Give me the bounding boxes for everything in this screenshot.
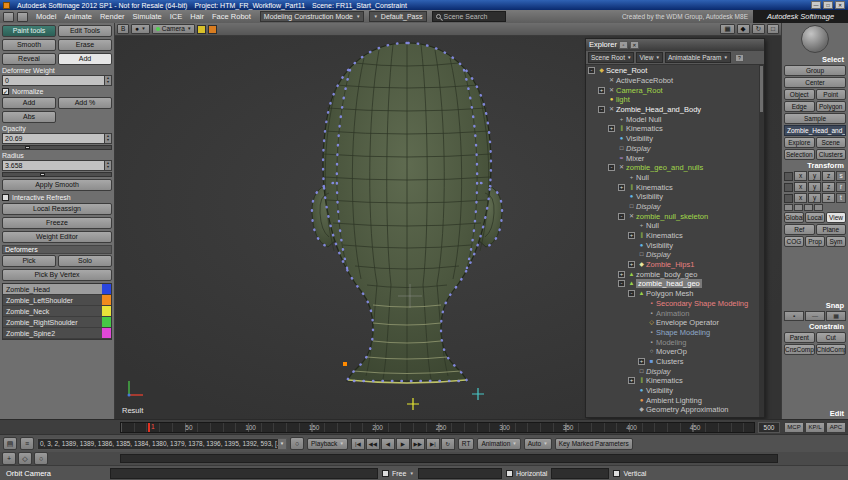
abs-button[interactable]: Abs bbox=[2, 111, 56, 123]
tree-node[interactable]: Display bbox=[586, 144, 764, 154]
expand-toggle-icon[interactable]: - bbox=[618, 280, 625, 287]
pick-button[interactable]: Pick bbox=[2, 255, 56, 267]
slider-handle[interactable] bbox=[25, 146, 30, 149]
clock-icon[interactable]: ○ bbox=[290, 437, 304, 450]
tree-node[interactable]: - zombie_geo_and_nulls bbox=[586, 163, 764, 173]
expand-toggle-icon[interactable] bbox=[638, 319, 645, 326]
chldcomp-button[interactable]: ChldComp bbox=[816, 344, 847, 355]
global-mode-button[interactable]: Global bbox=[784, 212, 804, 223]
menu-item[interactable]: Face Robot bbox=[208, 10, 255, 23]
weight-editor-button[interactable]: Weight Editor bbox=[2, 231, 112, 243]
status-field[interactable] bbox=[110, 468, 378, 479]
tree-node[interactable]: + Kinematics bbox=[586, 231, 764, 241]
menu-item[interactable]: ICE bbox=[166, 10, 187, 23]
cut-button[interactable]: Cut bbox=[816, 332, 847, 343]
expand-toggle-icon[interactable]: + bbox=[618, 184, 625, 191]
tree-node[interactable]: + Kinematics bbox=[586, 124, 764, 134]
expand-toggle-icon[interactable] bbox=[628, 368, 635, 375]
reveal-button[interactable]: Reveal bbox=[2, 53, 56, 65]
close-button[interactable]: ✕ bbox=[835, 1, 845, 9]
translate-x-toggle[interactable]: x bbox=[794, 193, 807, 203]
selection-button[interactable]: Selection bbox=[784, 149, 815, 160]
expand-toggle-icon[interactable]: - bbox=[618, 213, 625, 220]
expand-toggle-icon[interactable]: + bbox=[628, 377, 635, 384]
pass-dropdown[interactable]: ▼ Default_Pass bbox=[369, 11, 426, 22]
timeline-playhead[interactable]: 1 bbox=[148, 423, 150, 432]
tree-node[interactable]: Envelope Operator bbox=[586, 318, 764, 328]
expand-toggle-icon[interactable] bbox=[618, 203, 625, 210]
translate-z-toggle[interactable]: z bbox=[822, 193, 835, 203]
transform-option-icon[interactable] bbox=[794, 204, 803, 211]
tree-node[interactable]: - Polygon Mesh bbox=[586, 289, 764, 299]
deformer-weight-field[interactable]: 0 ▲▼ bbox=[2, 75, 112, 86]
snap-grid-icon[interactable]: ▦ bbox=[826, 311, 846, 321]
transform-option-icon[interactable] bbox=[804, 204, 813, 211]
tree-node[interactable]: + Camera_Root bbox=[586, 85, 764, 95]
marked-parameters-field[interactable]: 0, 3, 2, 1389, 1389, 1386, 1385, 1384, 1… bbox=[37, 438, 287, 450]
vertical-toggle[interactable]: Vertical bbox=[613, 470, 646, 477]
rotate-mode-button[interactable]: r bbox=[836, 182, 846, 192]
menu-item[interactable]: Hair bbox=[186, 10, 208, 23]
interactive-refresh-checkbox[interactable]: Interactive Refresh bbox=[2, 193, 112, 202]
status-field[interactable] bbox=[551, 468, 609, 479]
expand-toggle-icon[interactable]: - bbox=[588, 67, 595, 74]
expand-toggle-icon[interactable]: - bbox=[608, 164, 615, 171]
tree-node[interactable]: + Kinematics bbox=[586, 182, 764, 192]
tree-node[interactable]: Mixer bbox=[586, 153, 764, 163]
expand-toggle-icon[interactable] bbox=[628, 397, 635, 404]
expand-toggle-icon[interactable]: + bbox=[628, 232, 635, 239]
transport-button[interactable]: ▶▶ bbox=[411, 438, 425, 450]
parent-button[interactable]: Parent bbox=[784, 332, 815, 343]
panel-tab[interactable]: MCP bbox=[784, 422, 804, 433]
current-selection-field[interactable]: Zombie_Head_and_B bbox=[784, 125, 846, 136]
transform-option-icon[interactable] bbox=[784, 204, 793, 211]
tree-node[interactable]: + Kinematics bbox=[586, 376, 764, 386]
clusters-button[interactable]: Clusters bbox=[816, 149, 847, 160]
scale-mode-button[interactable]: s bbox=[836, 171, 846, 181]
expand-toggle-icon[interactable]: - bbox=[598, 106, 605, 113]
script-editor-icon[interactable]: ≡ bbox=[20, 437, 34, 450]
memo-cam-orange-icon[interactable] bbox=[208, 25, 217, 34]
spinner-icon[interactable]: ▲▼ bbox=[104, 134, 111, 143]
plane-mode-button[interactable]: Plane bbox=[816, 224, 847, 235]
scope-dropdown[interactable]: Scene Root▼ bbox=[588, 52, 634, 63]
deformer-list-item[interactable]: Zombie_Neck bbox=[3, 306, 111, 317]
scale-z-toggle[interactable]: z bbox=[822, 171, 835, 181]
horizontal-toggle[interactable]: Horizontal bbox=[506, 470, 548, 477]
expand-toggle-icon[interactable] bbox=[628, 242, 635, 249]
minimize-button[interactable]: — bbox=[811, 1, 821, 9]
tree-node[interactable]: Null bbox=[586, 221, 764, 231]
point-filter-button[interactable]: Point bbox=[816, 89, 847, 100]
expand-toggle-icon[interactable] bbox=[618, 193, 625, 200]
resize-viewport-icon[interactable]: □ bbox=[767, 24, 779, 34]
transport-button[interactable]: ↻ bbox=[441, 438, 455, 450]
deformer-list-item[interactable]: Zombie_Head bbox=[3, 284, 111, 295]
end-frame-display[interactable]: 500 bbox=[758, 422, 780, 433]
viewport-b-button[interactable]: B bbox=[117, 24, 129, 34]
transport-button[interactable]: ◀ bbox=[381, 438, 395, 450]
explorer-title-bar[interactable]: Explorer ▫ ✕ bbox=[586, 39, 764, 51]
expand-toggle-icon[interactable] bbox=[608, 145, 615, 152]
menu-item[interactable]: Model bbox=[32, 10, 60, 23]
expand-toggle-icon[interactable] bbox=[638, 329, 645, 336]
transport-button[interactable]: ◀◀ bbox=[366, 438, 380, 450]
tree-node[interactable]: Geometry Approximation bbox=[586, 405, 764, 415]
tree-node[interactable]: + Clusters bbox=[586, 357, 764, 367]
transport-button[interactable]: ▶| bbox=[426, 438, 440, 450]
pick-by-vertex-button[interactable]: Pick By Vertex bbox=[2, 269, 112, 281]
prop-button[interactable]: Prop bbox=[805, 236, 825, 247]
tree-node[interactable]: Secondary Shape Modeling bbox=[586, 299, 764, 309]
timeline-ruler[interactable]: 50100150200250300350400450 1 bbox=[120, 422, 755, 433]
menu-item[interactable]: Simulate bbox=[129, 10, 166, 23]
visibility-menu-button[interactable]: ●▼ bbox=[131, 24, 149, 34]
expand-toggle-icon[interactable] bbox=[628, 251, 635, 258]
view-dropdown[interactable]: View▼ bbox=[636, 52, 662, 63]
snap-edge-icon[interactable]: — bbox=[805, 311, 825, 321]
expand-toggle-icon[interactable] bbox=[598, 77, 605, 84]
transport-button[interactable]: |◀ bbox=[351, 438, 365, 450]
zoom-tool-icon[interactable]: ○ bbox=[34, 452, 48, 465]
tab-paint-tools[interactable]: Paint tools bbox=[2, 25, 56, 37]
freeze-button[interactable]: Freeze bbox=[2, 217, 112, 229]
polygon-filter-button[interactable]: Polygon bbox=[816, 101, 847, 112]
dock-icon[interactable]: ▫ bbox=[619, 41, 628, 49]
